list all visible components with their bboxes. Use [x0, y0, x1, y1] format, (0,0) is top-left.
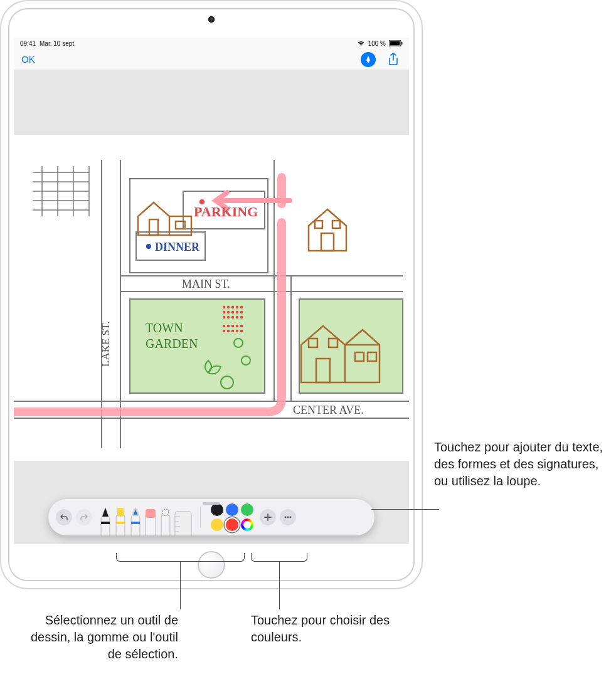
toolbar-drag-handle[interactable] — [203, 502, 220, 505]
map-drawing: PARKING DINNER MAIN ST. LAKE ST. TOWN GA… — [14, 135, 409, 461]
svg-point-27 — [223, 306, 225, 308]
svg-point-32 — [223, 311, 225, 313]
pen-tool[interactable] — [98, 507, 112, 535]
center-ave-label: CENTER AVE. — [293, 404, 364, 416]
svg-rect-52 — [299, 299, 403, 393]
color-yellow[interactable] — [211, 518, 223, 531]
svg-rect-57 — [332, 221, 340, 228]
canvas-area: PARKING DINNER MAIN ST. LAKE ST. TOWN GA… — [14, 70, 409, 544]
callout-tools-text: Sélectionnez un outil de dessin, la gomm… — [15, 612, 178, 663]
svg-point-41 — [240, 316, 243, 318]
svg-point-45 — [236, 325, 238, 327]
lake-st-label: LAKE ST. — [100, 322, 112, 367]
town-garden-label-2: GARDEN — [146, 337, 198, 350]
undo-icon — [60, 513, 68, 522]
markup-toolbar — [48, 499, 374, 535]
svg-rect-1 — [390, 41, 400, 46]
undo-button[interactable] — [56, 509, 72, 525]
svg-point-29 — [231, 306, 234, 308]
town-garden-label-1: TOWN — [146, 321, 183, 335]
svg-point-34 — [231, 311, 234, 313]
svg-rect-67 — [116, 515, 125, 535]
color-red[interactable] — [226, 518, 238, 531]
svg-rect-2 — [401, 42, 403, 45]
ok-button[interactable]: OK — [21, 54, 35, 65]
plus-icon — [263, 513, 272, 522]
svg-rect-66 — [101, 522, 110, 524]
svg-rect-70 — [131, 522, 140, 524]
svg-point-37 — [223, 316, 225, 318]
color-green[interactable] — [241, 503, 253, 516]
svg-point-33 — [227, 311, 230, 313]
svg-point-35 — [236, 311, 238, 313]
pen-tip-icon — [364, 55, 373, 64]
ellipsis-icon — [284, 513, 292, 522]
callout-colors-text: Touchez pour choisir des couleurs. — [251, 612, 395, 646]
parking-label: PARKING — [194, 204, 258, 219]
svg-point-40 — [236, 316, 238, 318]
svg-point-31 — [240, 306, 243, 308]
color-blue[interactable] — [226, 503, 238, 516]
svg-point-49 — [231, 330, 234, 332]
svg-point-47 — [223, 330, 225, 332]
svg-point-44 — [231, 325, 234, 327]
drawing-tools-group — [98, 499, 193, 535]
svg-point-28 — [227, 306, 230, 308]
wifi-icon — [357, 40, 365, 46]
svg-point-46 — [240, 325, 243, 327]
svg-rect-68 — [117, 508, 124, 517]
main-st-label: MAIN ST. — [182, 278, 230, 290]
dinner-label: DINNER — [155, 241, 200, 253]
battery-text: 100 % — [368, 40, 386, 47]
svg-rect-20 — [130, 179, 268, 273]
svg-rect-73 — [161, 515, 170, 535]
callout-leader-add — [371, 509, 439, 510]
toolbar-separator — [200, 507, 201, 528]
more-button[interactable] — [280, 509, 296, 525]
callout-leader-colors — [279, 562, 280, 609]
svg-point-48 — [227, 330, 230, 332]
marker-tool[interactable] — [114, 507, 127, 535]
lasso-tool[interactable] — [159, 507, 173, 535]
svg-rect-53 — [149, 219, 158, 235]
drawing-canvas[interactable]: PARKING DINNER MAIN ST. LAKE ST. TOWN GA… — [14, 135, 409, 461]
svg-point-36 — [240, 311, 243, 313]
callout-leader-tools — [180, 562, 181, 609]
svg-point-50 — [236, 330, 238, 332]
svg-rect-55 — [321, 233, 334, 251]
eraser-tool[interactable] — [144, 507, 157, 535]
callout-bracket-colors — [251, 553, 307, 562]
pencil-tool[interactable] — [129, 507, 142, 535]
markup-toggle-button[interactable] — [360, 51, 376, 68]
redo-button[interactable] — [76, 509, 92, 525]
ipad-device-frame: 09:41 Mar. 10 sept. 100 % OK — [0, 0, 423, 589]
ruler-tool[interactable] — [174, 507, 193, 535]
color-black[interactable] — [211, 503, 223, 516]
share-button[interactable] — [385, 51, 401, 68]
status-date: Mar. 10 sept. — [40, 40, 76, 47]
svg-point-64 — [199, 199, 204, 204]
svg-point-83 — [287, 517, 289, 518]
screen: 09:41 Mar. 10 sept. 100 % OK — [14, 38, 409, 544]
svg-point-39 — [231, 316, 234, 318]
svg-point-84 — [290, 517, 292, 518]
svg-point-42 — [223, 325, 225, 327]
svg-point-65 — [146, 244, 151, 249]
svg-point-30 — [236, 306, 238, 308]
status-bar: 09:41 Mar. 10 sept. 100 % — [14, 38, 409, 49]
callout-bracket-tools — [116, 553, 245, 562]
svg-point-51 — [240, 330, 243, 332]
svg-point-43 — [227, 325, 230, 327]
color-picker-wheel[interactable] — [241, 518, 253, 531]
svg-rect-72 — [146, 509, 156, 518]
share-icon — [388, 53, 399, 66]
nav-bar: OK — [14, 49, 409, 70]
status-time: 09:41 — [20, 40, 36, 47]
svg-rect-69 — [116, 522, 125, 524]
redo-icon — [80, 513, 88, 522]
svg-point-38 — [227, 316, 230, 318]
svg-point-74 — [162, 509, 169, 515]
svg-point-82 — [285, 517, 287, 518]
add-button[interactable] — [260, 509, 276, 525]
camera-dot — [208, 16, 215, 23]
